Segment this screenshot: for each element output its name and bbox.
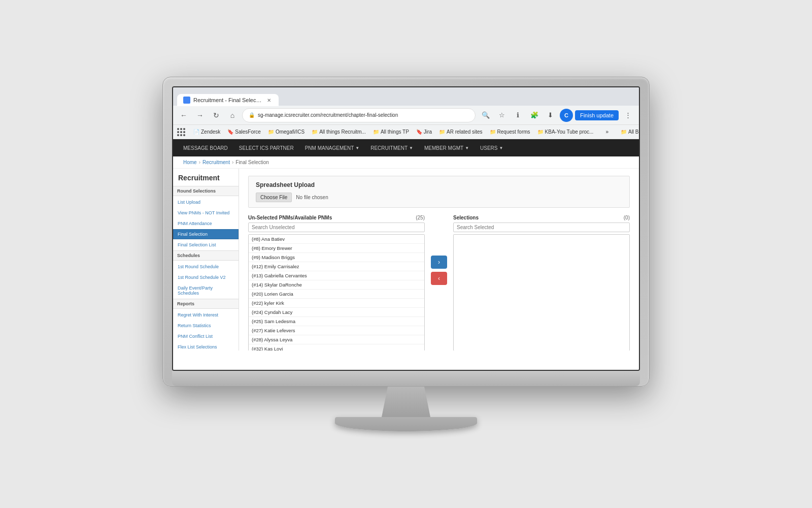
forward-button[interactable]: → (193, 109, 207, 122)
breadcrumb: Home › Recruitment › Final Selection (173, 156, 639, 169)
page-title: Recruitment (173, 174, 239, 186)
bookmark-all-things-tp[interactable]: 📁 All things TP (370, 128, 412, 136)
nav-recruitment[interactable]: RECRUITMENT ▼ (365, 142, 418, 154)
address-bar[interactable]: 🔒 sg-manage.icsrecruiter.com/recruitment… (242, 108, 476, 122)
sidebar-item-flex-list[interactable]: Flex List Selections (173, 342, 239, 351)
list-item[interactable]: (#14) Skylar DaRonche (249, 280, 424, 290)
chevron-icon: ▼ (465, 146, 469, 150)
sidebar-item-return-stats[interactable]: Return Statistics (173, 321, 239, 331)
nav-member-mgmt[interactable]: MEMBER MGMT ▼ (419, 142, 474, 154)
chrome-actions: 🔍 ☆ ℹ 🧩 ⬇ C Finish update ⋮ (479, 108, 635, 122)
bookmark-all-things-recruitment[interactable]: 📁 All things Recruitm... (309, 128, 369, 136)
chevron-icon: ▼ (355, 146, 359, 150)
app-main: Recruitment Round Selections List Upload… (173, 169, 639, 351)
unselected-panel-header: Un-Selected PNMs/Available PNMs (25) (248, 215, 425, 220)
upload-row: Choose File No file chosen (256, 193, 622, 202)
unselected-pnm-list[interactable]: (#8) Ana Batiev(#8) Emory Brewer(#9) Mad… (248, 234, 425, 351)
list-item[interactable]: (#28) Alyssa Leyva (249, 335, 424, 344)
upload-section-title: Spreadsheet Upload (256, 181, 622, 188)
bookmark-kba[interactable]: 📁 KBA-You Tube proc... (534, 128, 597, 136)
list-item[interactable]: (#27) Katie Lefevers (249, 326, 424, 335)
monitor-stand-neck (376, 387, 436, 417)
monitor-bottom (172, 371, 640, 386)
sidebar-item-pnm-attendance[interactable]: PNM Attendance (173, 218, 239, 229)
sidebar-item-final-selection[interactable]: Final Selection (173, 229, 239, 239)
sidebar-section-schedules: Schedules (173, 250, 239, 261)
list-item[interactable]: (#24) Cyndah Lacy (249, 308, 424, 317)
info-button[interactable]: ℹ (511, 108, 525, 122)
sidebar-section-reports: Reports (173, 299, 239, 309)
profile-button[interactable]: C (560, 109, 573, 122)
bookmark-request-forms[interactable]: 📁 Request forms (487, 128, 533, 136)
list-item[interactable]: (#22) kyler Kirk (249, 299, 424, 308)
chevron-icon: ▼ (499, 146, 503, 150)
list-item[interactable]: (#8) Emory Brewer (249, 244, 424, 253)
breadcrumb-current: Final Selection (235, 160, 269, 165)
app-content: MESSAGE BOARD SELECT ICS PARTNER PNM MAN… (173, 139, 639, 370)
bookmark-ar-sites[interactable]: 📁 AR related sites (436, 128, 486, 136)
menu-button[interactable]: ⋮ (621, 108, 635, 122)
nav-select-partner[interactable]: SELECT ICS PARTNER (234, 142, 299, 154)
unselected-panel-title: Un-Selected PNMs/Available PNMs (248, 215, 332, 220)
spreadsheet-upload-section: Spreadsheet Upload Choose File No file c… (248, 176, 630, 208)
sidebar-item-regret[interactable]: Regret With Interest (173, 310, 239, 320)
tab-title: Recruitment - Final Selection (193, 97, 262, 103)
bookmark-omegafi[interactable]: 📁 Omegafi/ICS (265, 128, 308, 136)
main-content: Spreadsheet Upload Choose File No file c… (239, 169, 639, 351)
sidebar-item-view-pnms[interactable]: View PNMs - NOT Invited (173, 208, 239, 218)
app-nav: MESSAGE BOARD SELECT ICS PARTNER PNM MAN… (173, 139, 639, 156)
bookmark-jira[interactable]: 🔖 Jira (413, 128, 435, 136)
sidebar-item-list-upload[interactable]: List Upload (173, 197, 239, 207)
apps-icon[interactable] (177, 128, 185, 136)
chevron-icon: ▼ (409, 146, 413, 150)
breadcrumb-home[interactable]: Home (183, 160, 197, 165)
monitor-base (335, 417, 477, 431)
bookmarks-bar: 📄 Zendesk 🔖 SalesForce 📁 Omegafi/ICS 📁 A… (173, 125, 639, 139)
download-button[interactable]: ⬇ (544, 108, 558, 122)
transfer-buttons: › ‹ (431, 215, 447, 285)
transfer-right-button[interactable]: › (431, 256, 447, 269)
lock-icon: 🔒 (249, 112, 255, 118)
list-item[interactable]: (#13) Gabriella Cervantes (249, 271, 424, 280)
choose-file-button[interactable]: Choose File (256, 193, 292, 202)
search-unselected-input[interactable] (248, 223, 425, 232)
nav-pnm-management[interactable]: PNM MANAGEMENT ▼ (300, 142, 365, 154)
url-text: sg-manage.icsrecruiter.com/recruitment/c… (258, 112, 398, 118)
nav-message-board[interactable]: MESSAGE BOARD (178, 142, 233, 154)
unselected-panel-count: (25) (416, 215, 425, 220)
list-item[interactable]: (#32) Kas Lovi (249, 344, 424, 351)
extensions-button[interactable]: 🧩 (527, 108, 542, 122)
sidebar-item-1st-round-v2[interactable]: 1st Round Schedule V2 (173, 272, 239, 282)
no-file-label: No file chosen (296, 195, 328, 200)
bookmark-all[interactable]: 📁 All Bookmarks (618, 128, 639, 136)
list-item[interactable]: (#20) Lorien Garcia (249, 290, 424, 299)
sidebar-item-final-selection-list[interactable]: Final Selection List (173, 240, 239, 250)
unselected-pnm-panel: Un-Selected PNMs/Available PNMs (25) (#8… (248, 215, 425, 351)
browser-tab[interactable]: Recruitment - Final Selection ✕ (177, 94, 279, 106)
selected-pnm-panel: Selections (0) (453, 215, 630, 351)
list-item[interactable]: (#8) Ana Batiev (249, 235, 424, 244)
sidebar: Recruitment Round Selections List Upload… (173, 169, 239, 351)
selected-pnm-list[interactable] (453, 234, 630, 351)
search-button[interactable]: 🔍 (479, 108, 493, 122)
bookmark-button[interactable]: ☆ (495, 108, 509, 122)
sidebar-item-daily-schedules[interactable]: Daily Event/Party Schedules (173, 283, 239, 298)
bookmark-zendesk[interactable]: 📄 Zendesk (190, 128, 223, 136)
bookmark-salesforce[interactable]: 🔖 SalesForce (224, 128, 264, 136)
tab-close-button[interactable]: ✕ (265, 97, 273, 104)
list-item[interactable]: (#9) Madison Briggs (249, 253, 424, 262)
chrome-toolbar: ← → ↻ ⌂ 🔒 sg-manage.icsrecruiter.com/rec… (173, 106, 639, 125)
reload-button[interactable]: ↻ (210, 109, 223, 122)
search-selected-input[interactable] (453, 223, 630, 232)
back-button[interactable]: ← (177, 109, 190, 122)
transfer-left-button[interactable]: ‹ (431, 272, 447, 285)
sidebar-item-pnm-conflict[interactable]: PNM Conflict List (173, 331, 239, 341)
finish-update-button[interactable]: Finish update (575, 110, 619, 120)
sidebar-item-1st-round[interactable]: 1st Round Schedule (173, 262, 239, 272)
home-button[interactable]: ⌂ (226, 109, 239, 122)
list-item[interactable]: (#25) Sam Ledesma (249, 317, 424, 326)
nav-users[interactable]: USERS ▼ (475, 142, 508, 154)
list-item[interactable]: (#12) Emily Carrisalez (249, 262, 424, 271)
bookmark-more[interactable]: » (602, 128, 612, 136)
breadcrumb-recruitment[interactable]: Recruitment (202, 160, 230, 165)
